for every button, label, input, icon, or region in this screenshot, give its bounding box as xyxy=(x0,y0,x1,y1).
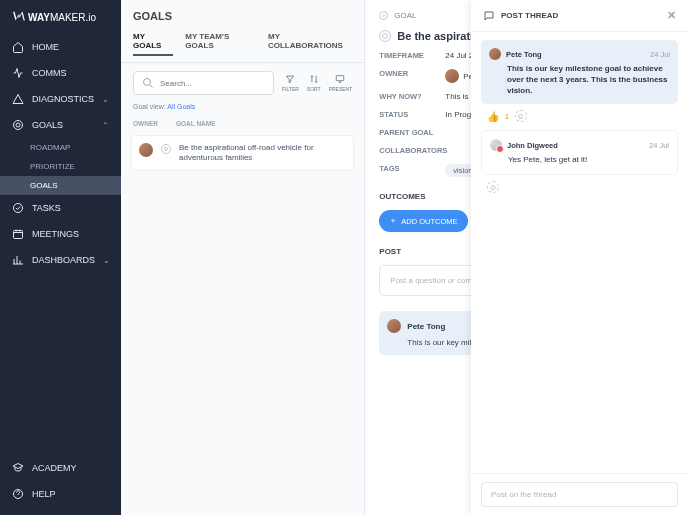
home-icon xyxy=(12,41,24,53)
thread-post-text: Yes Pete, lets get at it! xyxy=(508,155,669,166)
nav-tasks[interactable]: TASKS xyxy=(0,195,121,221)
filter-label: FILTER xyxy=(282,86,299,92)
add-outcome-button[interactable]: ＋ ADD OUTCOME xyxy=(379,210,467,232)
post-author-name: Pete Tong xyxy=(407,322,445,331)
reaction-count: 1 xyxy=(505,113,509,120)
avatar xyxy=(490,139,502,151)
thread-body: Pete Tong 24 Jul This is our key milesto… xyxy=(471,32,688,473)
reaction-bar: ☺ xyxy=(487,181,678,193)
goal-view-line: Goal view: All Goals xyxy=(121,103,364,116)
post-thread-panel: POST THREAD ✕ Pete Tong 24 Jul This is o… xyxy=(471,0,688,515)
check-circle-icon xyxy=(12,202,24,214)
thread-post[interactable]: John Digweed 24 Jul Yes Pete, lets get a… xyxy=(481,130,678,175)
add-outcome-label: ADD OUTCOME xyxy=(401,217,457,226)
brand-name-bold: WAY xyxy=(28,12,50,23)
thread-post-author: John Digweed xyxy=(507,141,558,150)
thread-post-author: Pete Tong xyxy=(506,50,542,59)
col-owner: OWNER xyxy=(133,120,158,127)
nav-meetings-label: MEETINGS xyxy=(32,229,79,239)
thread-input-wrap: Post on the thread xyxy=(471,473,688,515)
search-input[interactable] xyxy=(160,79,265,88)
add-reaction-icon[interactable]: ☺ xyxy=(515,110,527,122)
nav-prioritize[interactable]: PRIORITIZE xyxy=(0,157,121,176)
target-icon xyxy=(379,30,391,42)
sort-tool[interactable]: SORT xyxy=(307,74,321,92)
avatar xyxy=(489,48,501,60)
nav-goals[interactable]: GOALS ⌃ xyxy=(0,112,121,138)
thumbs-up-icon[interactable]: 👍 xyxy=(487,111,499,122)
nav-academy[interactable]: ACADEMY xyxy=(0,455,121,481)
svg-rect-6 xyxy=(337,76,345,81)
svg-point-0 xyxy=(14,121,23,130)
nav-roadmap[interactable]: ROADMAP xyxy=(0,138,121,157)
bar-chart-icon xyxy=(12,254,24,266)
help-icon xyxy=(12,488,24,500)
list-header: OWNER GOAL NAME xyxy=(121,116,364,131)
svg-point-5 xyxy=(144,79,151,86)
thread-post-date: 24 Jul xyxy=(649,141,669,150)
add-reaction-icon[interactable]: ☺ xyxy=(487,181,499,193)
present-tool[interactable]: PRESENT xyxy=(329,74,353,92)
academy-icon xyxy=(12,462,24,474)
status-label: STATUS xyxy=(379,110,445,119)
sort-icon xyxy=(308,74,320,84)
avatar xyxy=(387,319,401,333)
tab-team-goals[interactable]: MY TEAM'S GOALS xyxy=(185,28,256,56)
nav-goals-sub[interactable]: GOALS xyxy=(0,176,121,195)
tab-collaborations[interactable]: MY COLLABORATIONS xyxy=(268,28,352,56)
goal-view-value[interactable]: All Goals xyxy=(167,103,195,110)
tags-label: TAGS xyxy=(379,164,445,177)
svg-point-1 xyxy=(16,123,20,127)
brand-name-rest: MAKER.io xyxy=(50,12,96,23)
goals-tools: FILTER SORT PRESENT xyxy=(121,63,364,103)
parent-label: PARENT GOAL xyxy=(379,128,445,137)
thread-post-header: John Digweed 24 Jul xyxy=(490,139,669,151)
nav-academy-label: ACADEMY xyxy=(32,463,77,473)
svg-point-2 xyxy=(14,204,23,213)
thread-post-header: Pete Tong 24 Jul xyxy=(489,48,670,60)
nav-goals-label: GOALS xyxy=(32,120,63,130)
search-icon xyxy=(142,77,154,89)
close-icon[interactable]: ✕ xyxy=(667,9,676,22)
avatar xyxy=(445,69,459,83)
goal-row[interactable]: Be the aspirational off-road vehicle for… xyxy=(131,135,354,171)
tab-my-goals[interactable]: MY GOALS xyxy=(133,28,173,56)
target-icon xyxy=(379,11,388,20)
svg-rect-3 xyxy=(14,231,23,239)
target-icon xyxy=(161,144,171,154)
activity-icon xyxy=(12,67,24,79)
search-input-wrap[interactable] xyxy=(133,71,274,95)
nav-dashboards[interactable]: DASHBOARDS ⌄ xyxy=(0,247,121,273)
chevron-up-icon: ⌃ xyxy=(102,121,109,130)
nav-home[interactable]: HOME xyxy=(0,34,121,60)
nav-dashboards-label: DASHBOARDS xyxy=(32,255,95,265)
goal-view-label: Goal view: xyxy=(133,103,166,110)
breadcrumb-label: GOAL xyxy=(394,11,416,20)
present-icon xyxy=(334,74,346,84)
nav-comms-label: COMMS xyxy=(32,68,67,78)
thread-heading-text: POST THREAD xyxy=(501,11,558,20)
goal-row-name: Be the aspirational off-road vehicle for… xyxy=(179,143,346,163)
why-label: WHY NOW? xyxy=(379,92,445,101)
timeframe-label: TIMEFRAME xyxy=(379,51,445,60)
plus-icon: ＋ xyxy=(389,216,397,226)
nav-meetings[interactable]: MEETINGS xyxy=(0,221,121,247)
nav-help[interactable]: HELP xyxy=(0,481,121,507)
chevron-down-icon: ⌄ xyxy=(102,95,109,104)
nav: HOME COMMS DIAGNOSTICS ⌄ GOALS ⌃ ROADMAP… xyxy=(0,34,121,455)
collab-label: COLLABORATORS xyxy=(379,146,445,155)
nav-footer: ACADEMY HELP xyxy=(0,455,121,515)
nav-comms[interactable]: COMMS xyxy=(0,60,121,86)
thread-post-text: This is our key milestone goal to achiev… xyxy=(507,64,670,96)
reaction-bar: 👍 1 ☺ xyxy=(487,110,678,122)
brand-logo[interactable]: WAYMAKER.io xyxy=(0,0,121,34)
filter-tool[interactable]: FILTER xyxy=(282,74,299,92)
waymaker-logo-icon xyxy=(12,10,26,24)
avatar xyxy=(139,143,153,157)
tag-text: vision xyxy=(453,166,472,175)
nav-diagnostics[interactable]: DIAGNOSTICS ⌄ xyxy=(0,86,121,112)
thread-input[interactable]: Post on the thread xyxy=(481,482,678,507)
thread-post[interactable]: Pete Tong 24 Jul This is our key milesto… xyxy=(481,40,678,104)
chat-icon xyxy=(483,10,495,22)
calendar-icon xyxy=(12,228,24,240)
